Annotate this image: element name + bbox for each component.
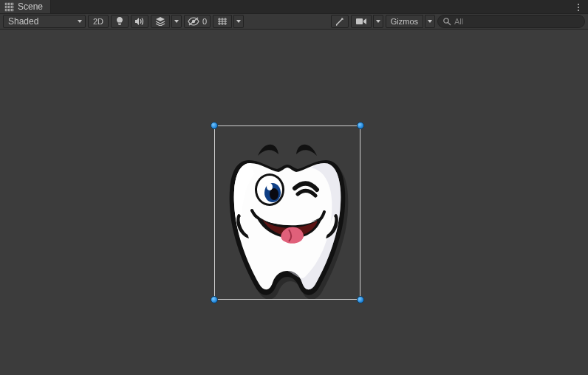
lightbulb-icon [115, 16, 124, 27]
chevron-down-icon [428, 20, 432, 23]
tools-icon [335, 16, 345, 27]
gizmos-toggle[interactable]: Gizmos [386, 15, 423, 28]
svg-rect-0 [5, 3, 7, 4]
svg-rect-8 [11, 9, 13, 10]
svg-rect-9 [118, 23, 121, 24]
scene-camera-button[interactable] [351, 15, 372, 28]
grid-icon [217, 17, 228, 26]
svg-line-15 [448, 23, 451, 26]
svg-point-16 [255, 173, 284, 206]
gizmos-dropdown[interactable] [425, 15, 435, 28]
svg-rect-13 [356, 18, 363, 24]
scene-viewport[interactable] [0, 30, 588, 375]
kebab-icon [578, 3, 579, 12]
svg-rect-6 [11, 3, 13, 4]
scene-tab-icon [4, 2, 14, 12]
svg-rect-4 [8, 6, 10, 7]
svg-rect-10 [118, 24, 120, 25]
visibility-off-icon [188, 17, 199, 26]
tab-scene[interactable]: Scene [0, 0, 51, 13]
scene-lighting-toggle[interactable] [111, 15, 129, 28]
audio-icon [134, 17, 145, 26]
scene-effects-dropdown[interactable] [171, 15, 182, 28]
camera-icon [355, 17, 367, 26]
hidden-count-label: 0 [202, 17, 207, 26]
grid-toggle[interactable] [213, 15, 232, 28]
effects-stack-icon [155, 17, 165, 26]
gizmos-label: Gizmos [391, 17, 418, 26]
svg-rect-7 [11, 6, 13, 7]
svg-rect-3 [8, 3, 10, 4]
search-input[interactable] [454, 17, 578, 26]
tooth-sprite-image [221, 126, 354, 299]
tool-settings-button[interactable] [331, 15, 349, 28]
shading-mode-dropdown[interactable]: Shaded [3, 15, 86, 28]
chevron-down-icon [236, 20, 241, 23]
scene-toolbar: Shaded 2D [0, 14, 588, 30]
svg-point-20 [267, 183, 273, 190]
svg-rect-5 [8, 9, 10, 10]
toggle-2d-button[interactable]: 2D [88, 15, 109, 28]
selection-handle-top-right[interactable] [357, 122, 364, 129]
chevron-down-icon [174, 20, 179, 23]
svg-point-19 [270, 188, 278, 200]
panel-menu-button[interactable] [572, 0, 585, 14]
selection-rectangle [214, 125, 360, 300]
search-icon [442, 17, 451, 26]
hierarchy-search[interactable] [437, 15, 585, 28]
svg-rect-2 [5, 9, 7, 10]
svg-rect-1 [5, 6, 7, 7]
svg-point-17 [257, 176, 282, 204]
selection-handle-bottom-left[interactable] [211, 296, 218, 303]
scene-camera-dropdown[interactable] [373, 15, 383, 28]
scene-audio-toggle[interactable] [131, 15, 148, 28]
selection-handle-bottom-right[interactable] [357, 296, 364, 303]
svg-point-18 [264, 183, 281, 202]
tab-bar: Scene [0, 0, 588, 14]
selected-sprite[interactable] [214, 125, 360, 300]
selection-handle-top-left[interactable] [211, 122, 218, 129]
scene-panel: Scene Shaded 2D [0, 0, 588, 375]
chevron-down-icon [376, 20, 380, 23]
shading-mode-label: Shaded [8, 16, 38, 27]
scene-effects-toggle[interactable] [151, 15, 170, 28]
chevron-down-icon [78, 20, 82, 23]
hidden-objects-toggle[interactable]: 0 [184, 15, 211, 28]
grid-dropdown[interactable] [233, 15, 244, 28]
toggle-2d-label: 2D [93, 17, 103, 26]
svg-point-14 [444, 18, 448, 23]
tab-label: Scene [18, 1, 43, 12]
